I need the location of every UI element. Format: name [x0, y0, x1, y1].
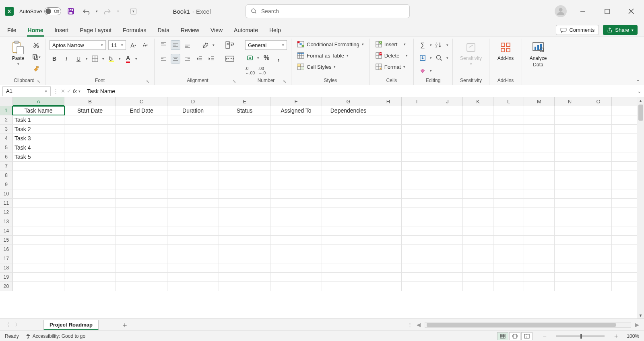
cell[interactable] [219, 282, 270, 291]
cell[interactable] [432, 254, 463, 263]
row-header[interactable]: 12 [0, 208, 13, 217]
cell[interactable] [167, 162, 219, 170]
font-launcher[interactable]: ⤡ [146, 79, 149, 84]
cell[interactable] [524, 125, 555, 134]
column-header[interactable]: N [555, 97, 585, 106]
cell[interactable] [432, 152, 463, 161]
cell[interactable] [219, 245, 270, 254]
cell[interactable] [432, 143, 463, 152]
cell[interactable] [555, 273, 585, 281]
row-header[interactable]: 11 [0, 199, 13, 207]
tab-automate[interactable]: Automate [233, 25, 259, 37]
borders-button[interactable] [90, 54, 100, 64]
qat-customize[interactable]: ▾ [130, 8, 136, 14]
cell[interactable] [432, 125, 463, 134]
share-button[interactable]: Share ▾ [603, 25, 638, 35]
cell[interactable] [64, 134, 116, 143]
cell[interactable] [402, 217, 432, 226]
cell[interactable] [463, 217, 493, 226]
cell[interactable] [219, 226, 270, 235]
cell[interactable] [402, 208, 432, 217]
align-center-button[interactable] [171, 54, 180, 64]
cell[interactable] [116, 162, 167, 170]
cell[interactable]: End Date [116, 106, 167, 115]
collapse-ribbon-button[interactable]: ⌄ [636, 76, 640, 82]
normal-view-button[interactable] [497, 332, 508, 340]
undo-button[interactable] [80, 6, 92, 17]
cell[interactable] [555, 125, 585, 134]
cell[interactable] [493, 180, 524, 189]
column-header[interactable]: O [585, 97, 612, 106]
bold-button[interactable]: B [50, 54, 59, 64]
cell[interactable] [432, 282, 463, 291]
cell[interactable] [219, 217, 270, 226]
cell[interactable] [116, 217, 167, 226]
cell[interactable] [322, 152, 375, 161]
cell[interactable] [167, 254, 219, 263]
cell[interactable] [322, 273, 375, 281]
cell[interactable] [402, 226, 432, 235]
cell[interactable] [375, 245, 402, 254]
cell[interactable] [167, 125, 219, 134]
cell[interactable] [13, 162, 64, 170]
cell[interactable] [167, 208, 219, 217]
cell[interactable] [585, 263, 612, 272]
cell[interactable] [524, 199, 555, 207]
clipboard-launcher[interactable]: ⤡ [37, 79, 40, 84]
select-all-corner[interactable] [0, 97, 13, 106]
cell[interactable] [375, 106, 402, 115]
cell[interactable] [524, 143, 555, 152]
cell[interactable] [116, 263, 167, 272]
cell[interactable] [322, 134, 375, 143]
align-top-button[interactable] [159, 40, 168, 50]
cell[interactable] [585, 106, 612, 115]
cell[interactable] [64, 180, 116, 189]
cell[interactable] [585, 152, 612, 161]
cell[interactable] [375, 180, 402, 189]
cell[interactable] [322, 236, 375, 244]
decrease-indent-button[interactable] [195, 54, 204, 64]
cell[interactable] [13, 171, 64, 180]
cell[interactable] [116, 245, 167, 254]
delete-cells-button[interactable]: Delete ▾ [374, 51, 409, 60]
increase-font-button[interactable]: A▴ [128, 40, 138, 50]
cell[interactable] [270, 162, 322, 170]
paste-button[interactable]: Paste ▾ [7, 40, 29, 66]
zoom-slider[interactable] [556, 335, 605, 337]
cell[interactable] [463, 254, 493, 263]
row-header[interactable]: 18 [0, 263, 13, 272]
cell[interactable] [493, 115, 524, 124]
cell[interactable] [270, 134, 322, 143]
cell[interactable] [64, 152, 116, 161]
cell[interactable]: Duration [167, 106, 219, 115]
cell[interactable] [64, 162, 116, 170]
cell[interactable] [219, 171, 270, 180]
close-button[interactable] [623, 6, 639, 17]
page-layout-view-button[interactable] [509, 332, 520, 340]
cell[interactable] [493, 208, 524, 217]
cell[interactable] [375, 273, 402, 281]
cell[interactable] [270, 254, 322, 263]
cell[interactable] [493, 143, 524, 152]
cell[interactable] [270, 180, 322, 189]
cell[interactable] [13, 199, 64, 207]
cell[interactable] [270, 199, 322, 207]
cell[interactable] [375, 125, 402, 134]
cell[interactable] [555, 226, 585, 235]
cell[interactable] [493, 125, 524, 134]
cell[interactable] [167, 263, 219, 272]
cell[interactable]: Task Name [13, 106, 64, 115]
cell[interactable] [585, 125, 612, 134]
cell[interactable] [64, 282, 116, 291]
italic-button[interactable]: I [62, 54, 71, 64]
cell[interactable] [116, 208, 167, 217]
cell[interactable] [322, 245, 375, 254]
cell[interactable] [322, 180, 375, 189]
cell[interactable] [322, 125, 375, 134]
cell[interactable] [64, 236, 116, 244]
cell[interactable] [524, 106, 555, 115]
comments-button[interactable]: Comments [556, 25, 599, 35]
column-header[interactable]: G [322, 97, 375, 106]
insert-cells-button[interactable]: +Insert ▾ [374, 40, 409, 48]
row-header[interactable]: 2 [0, 115, 13, 124]
